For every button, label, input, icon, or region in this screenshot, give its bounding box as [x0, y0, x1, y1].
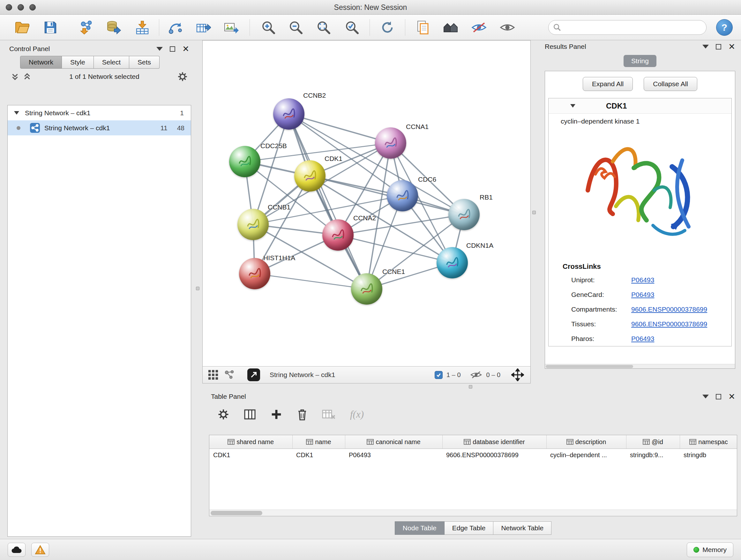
- show-columns-icon[interactable]: [244, 408, 256, 421]
- tab-network-table[interactable]: Network Table: [493, 521, 551, 535]
- cdk1-expand-caret[interactable]: [570, 104, 576, 108]
- collapse-all-networks-icon[interactable]: [23, 72, 31, 81]
- hide-selected-button[interactable]: [469, 17, 489, 38]
- crosslink-link[interactable]: P06493: [631, 276, 654, 284]
- table-row[interactable]: CDK1CDK1P064939606.ENSP00000378699cyclin…: [209, 449, 737, 461]
- network-node-cdc25b[interactable]: [229, 146, 260, 177]
- image-export-icon: [223, 21, 239, 34]
- detach-view-button[interactable]: [247, 368, 260, 381]
- network-node-ccna1[interactable]: [375, 127, 406, 159]
- delete-column-icon[interactable]: [296, 408, 308, 421]
- column-header-database-identifier[interactable]: database identifier: [442, 435, 546, 449]
- expand-all-button[interactable]: Expand All: [583, 77, 633, 91]
- collapse-all-button[interactable]: Collapse All: [644, 77, 697, 91]
- birdseye-view-icon[interactable]: [224, 369, 234, 380]
- table-options-gear-icon[interactable]: [217, 408, 229, 421]
- first-neighbors-button[interactable]: [441, 17, 461, 38]
- crosslink-link[interactable]: P06493: [631, 335, 654, 343]
- table-horizontal-scrollbar[interactable]: [209, 509, 737, 516]
- network-node-ccna2[interactable]: [322, 219, 354, 251]
- network-node-cdkn1a[interactable]: [436, 247, 468, 278]
- column-header-description[interactable]: description: [546, 435, 626, 449]
- network-node-rb1[interactable]: [448, 199, 480, 230]
- warnings-button[interactable]: [31, 543, 49, 557]
- tab-string[interactable]: String: [623, 55, 657, 67]
- export-table-button[interactable]: [193, 17, 213, 38]
- network-node-cdk1[interactable]: [294, 160, 326, 192]
- tab-edge-table[interactable]: Edge Table: [445, 521, 494, 535]
- column-header-canonical-name[interactable]: canonical name: [345, 435, 442, 449]
- save-session-button[interactable]: [40, 17, 61, 38]
- results-panel-collapse-icon[interactable]: [702, 45, 709, 49]
- table-cell[interactable]: 9606.ENSP00000378699: [442, 449, 546, 461]
- tab-network[interactable]: Network: [20, 56, 62, 69]
- zoom-selected-button[interactable]: [342, 17, 362, 38]
- zoom-fit-button[interactable]: [313, 17, 334, 38]
- import-network-database-button[interactable]: [104, 17, 124, 38]
- zoom-out-button[interactable]: [286, 17, 306, 38]
- apply-layout-button[interactable]: [377, 17, 398, 38]
- tab-node-table[interactable]: Node Table: [395, 521, 445, 535]
- column-header--id[interactable]: @id: [626, 435, 680, 449]
- table-cell[interactable]: CDK1: [209, 449, 292, 461]
- cloud-button[interactable]: [8, 543, 25, 557]
- help-button[interactable]: ?: [716, 19, 733, 36]
- column-header-namespac[interactable]: namespac: [680, 435, 737, 449]
- hidden-eye-slash-icon[interactable]: [470, 370, 482, 380]
- control-panel-collapse-icon[interactable]: [156, 47, 163, 51]
- network-node-hist1h1a[interactable]: [239, 258, 270, 289]
- table-cell[interactable]: P06493: [345, 449, 442, 461]
- tab-select[interactable]: Select: [94, 56, 129, 69]
- network-options-gear-icon[interactable]: [177, 71, 188, 82]
- column-header-shared-name[interactable]: shared name: [209, 435, 292, 449]
- memory-button[interactable]: Memory: [687, 543, 733, 557]
- control-panel-float-icon[interactable]: [170, 46, 175, 52]
- network-node-ccne1[interactable]: [351, 273, 382, 305]
- results-horizontal-scrollbar[interactable]: [545, 364, 735, 368]
- network-node-ccnb1[interactable]: [238, 209, 269, 240]
- search-field[interactable]: [548, 20, 706, 35]
- open-session-button[interactable]: [12, 17, 32, 38]
- export-image-button[interactable]: [221, 17, 241, 38]
- crosslink-link[interactable]: P06493: [631, 291, 654, 299]
- network-tools-button[interactable]: [165, 17, 186, 38]
- table-cell[interactable]: cyclin–dependent ...: [546, 449, 626, 461]
- control-panel-close-icon[interactable]: ✕: [182, 45, 189, 53]
- selected-checkbox[interactable]: [434, 371, 443, 379]
- table-cell[interactable]: CDK1: [292, 449, 345, 461]
- network-row-selected[interactable]: String Network – cdk1 11 48: [8, 120, 191, 135]
- collection-expand-caret[interactable]: [14, 111, 19, 115]
- tab-sets[interactable]: Sets: [129, 56, 159, 69]
- crosslink-link[interactable]: 9606.ENSP00000378699: [631, 320, 707, 328]
- bottom-splitter-handle[interactable]: [469, 385, 472, 388]
- grid-view-icon[interactable]: [208, 369, 219, 380]
- right-splitter-handle[interactable]: [532, 211, 536, 214]
- network-collection-row[interactable]: String Network – cdk1 1: [8, 105, 191, 120]
- expand-all-networks-icon[interactable]: [10, 72, 19, 81]
- table-panel-collapse-icon[interactable]: [702, 395, 709, 398]
- results-panel-close-icon[interactable]: ✕: [728, 43, 735, 51]
- show-all-button[interactable]: [497, 17, 518, 38]
- import-table-button[interactable]: [132, 17, 152, 38]
- memory-label: Memory: [702, 546, 727, 554]
- network-node-ccnb2[interactable]: [273, 98, 305, 130]
- tab-style[interactable]: Style: [62, 56, 94, 69]
- results-panel-float-icon[interactable]: [716, 44, 721, 50]
- pan-move-icon[interactable]: [511, 368, 524, 381]
- table-panel-close-icon[interactable]: ✕: [728, 392, 735, 401]
- table-cell[interactable]: stringdb: [680, 449, 737, 461]
- crosslink-link[interactable]: 9606.ENSP00000378699: [631, 306, 707, 313]
- network-canvas[interactable]: CCNB2CCNA1CDC25BCDK1CDC6RB1CCNB1CCNA2CDK…: [203, 41, 530, 366]
- import-network-file-button[interactable]: [77, 17, 97, 38]
- protein-structure-thumb: [243, 214, 263, 234]
- column-header-name[interactable]: name: [292, 435, 345, 449]
- zoom-in-button[interactable]: [258, 17, 279, 38]
- table-scrollbar-thumb[interactable]: [211, 511, 262, 515]
- copy-document-button[interactable]: [413, 17, 433, 38]
- table-cell[interactable]: stringdb:9...: [626, 449, 680, 461]
- network-node-cdc6[interactable]: [387, 180, 418, 211]
- table-panel-float-icon[interactable]: [716, 394, 721, 399]
- search-input[interactable]: [564, 23, 702, 31]
- left-splitter-handle[interactable]: [196, 287, 199, 290]
- add-column-icon[interactable]: [270, 408, 282, 421]
